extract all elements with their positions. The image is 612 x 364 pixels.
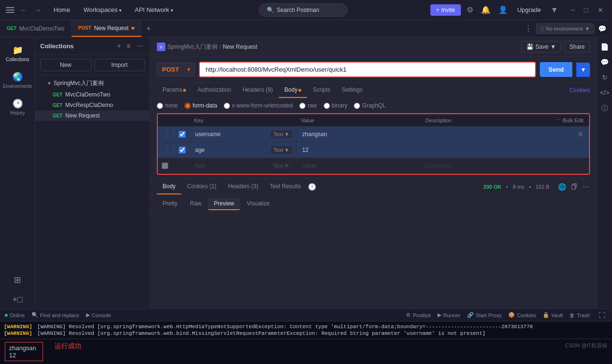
copy-icon[interactable]: 🗍 [570, 182, 579, 192]
rc-tab-preview[interactable]: Preview [208, 198, 240, 210]
console-item[interactable]: ▶ Console [86, 312, 111, 318]
tab-body[interactable]: Body [279, 83, 307, 98]
send-arrow-button[interactable]: ▼ [576, 63, 590, 77]
radio-raw-input[interactable] [299, 103, 306, 109]
menu-icon[interactable] [6, 6, 14, 14]
add-collection-button[interactable]: + [115, 41, 123, 51]
timer-icon[interactable]: 🕐 [307, 182, 317, 192]
new-button[interactable]: New [40, 59, 91, 71]
tree-item-mvc-cla-demo-two[interactable]: GET MvcClaDemoTwo [35, 89, 150, 100]
profile-icon[interactable]: 👤 [496, 3, 510, 16]
sidebar-item-environments[interactable]: 🌏 Environments [2, 68, 33, 93]
tree-item-mvc-resp-cla-demo[interactable]: GET MvcRespClaDemo [35, 100, 150, 110]
radio-url-encoded-input[interactable] [224, 103, 230, 109]
close-button[interactable]: ✕ [595, 5, 606, 15]
drag-handle-icon[interactable]: ⋮⋮ [162, 130, 179, 138]
online-status[interactable]: Online [5, 312, 25, 318]
drag-handle-icon[interactable]: ⋮⋮ [162, 146, 179, 154]
radio-binary-input[interactable] [324, 103, 330, 109]
search-input[interactable]: 🔍 Search Postman [259, 3, 348, 17]
home-link[interactable]: Home [51, 4, 73, 15]
ghost-type-badge[interactable]: Text ▼ [271, 162, 292, 170]
resp-tab-test-results[interactable]: Test Results [264, 179, 306, 194]
back-button[interactable]: ← [18, 4, 29, 16]
radio-graphql-input[interactable] [354, 103, 360, 109]
radio-raw[interactable]: raw [299, 102, 317, 109]
tab-authorization[interactable]: Authorization [192, 83, 237, 98]
radio-binary[interactable]: binary [324, 102, 348, 109]
ghost-value-input[interactable] [300, 161, 417, 170]
resp-tab-headers[interactable]: Headers (3) [222, 179, 264, 194]
cookies-link[interactable]: Cookies [569, 87, 590, 94]
rc-tab-visualize[interactable]: Visualize [241, 198, 275, 210]
sidebar-item-history[interactable]: 🕐 History [2, 95, 33, 119]
radio-graphql[interactable]: GraphQL [354, 102, 385, 109]
method-select[interactable]: POST [157, 63, 195, 76]
save-button[interactable]: 💾 Save ▼ [521, 41, 561, 53]
chevron-down-icon[interactable]: ▼ [549, 4, 560, 16]
trash-item[interactable]: 🗑 Trash [569, 312, 590, 318]
runner-item[interactable]: ▶ Runner [437, 312, 460, 318]
row-checkbox[interactable] [179, 131, 186, 138]
radio-none-input[interactable] [157, 103, 163, 109]
sidebar-item-collections2[interactable]: ⊞ [2, 271, 33, 289]
tab-params[interactable]: Params [157, 83, 192, 98]
minimize-button[interactable]: − [568, 5, 577, 15]
refresh-icon[interactable]: ↻ [600, 72, 610, 83]
chat-icon[interactable]: 💬 [599, 56, 611, 68]
info-icon[interactable]: ⓘ [600, 102, 610, 115]
type-badge[interactable]: Text ▼ [271, 146, 292, 154]
api-network-link[interactable]: API Network [132, 4, 176, 15]
row-checkbox[interactable] [179, 147, 186, 153]
rc-tab-raw[interactable]: Raw [184, 198, 207, 210]
add-tab-button[interactable]: + [142, 20, 155, 37]
forward-button[interactable]: → [33, 4, 43, 16]
postbot-item[interactable]: ⚙ Postbot [406, 312, 430, 318]
tab-scripts[interactable]: Scripts [307, 83, 336, 98]
vault-item[interactable]: 🔒 Vault [543, 312, 563, 318]
workspaces-link[interactable]: Workspaces [81, 4, 124, 15]
radio-form-data[interactable]: form-data [185, 102, 217, 109]
code-icon[interactable]: </> [598, 87, 611, 98]
value-input[interactable] [300, 146, 417, 154]
send-button[interactable]: Send [540, 62, 572, 77]
doc-icon[interactable]: 📄 [599, 41, 611, 53]
more-options-icon[interactable]: ⋯ [134, 41, 145, 51]
expand-icon[interactable]: ⛶ [597, 310, 607, 321]
invite-button[interactable]: + Invite [430, 4, 461, 16]
maximize-button[interactable]: □ [581, 5, 591, 15]
collection-item-springmvc[interactable]: ▼ SpringMvc入门案例 [35, 77, 150, 89]
comment-icon[interactable]: 💬 [596, 23, 608, 34]
type-badge[interactable]: Text ▼ [271, 130, 292, 138]
find-replace-item[interactable]: 🔍 Find and replace [32, 312, 79, 318]
rc-tab-pretty[interactable]: Pretty [157, 198, 183, 210]
tab-overflow-icon[interactable]: ⋮ [523, 22, 534, 35]
start-proxy-item[interactable]: 🔗 Start Proxy [467, 312, 502, 318]
radio-url-encoded[interactable]: x-www-form-urlencoded [224, 102, 293, 109]
tab-headers[interactable]: Headers (9) [237, 83, 278, 98]
tab-mvc-cla-demo-two[interactable]: GET MvcClaDemoTwo [0, 20, 72, 37]
ghost-key-input[interactable] [193, 161, 269, 170]
resp-tab-cookies[interactable]: Cookies (1) [181, 179, 222, 194]
key-input[interactable] [193, 130, 269, 139]
share-button[interactable]: Share [564, 41, 590, 53]
radio-form-data-input[interactable] [185, 103, 191, 109]
environment-selector[interactable]: ░ No environment ▼ [536, 23, 594, 34]
ghost-checkbox[interactable] [162, 162, 168, 169]
sidebar-item-collections[interactable]: 📁 Collections [2, 41, 33, 66]
tab-new-request[interactable]: POST New Request [72, 20, 142, 37]
tree-item-new-request[interactable]: GET New Request [35, 110, 150, 121]
cookies-item[interactable]: 🍪 Cookies [508, 312, 536, 318]
notification-icon[interactable]: 🔔 [479, 3, 492, 16]
value-input[interactable] [300, 130, 417, 139]
bulk-edit-button[interactable]: ⋯ Bulk Edit [556, 117, 583, 123]
key-input[interactable] [193, 146, 269, 154]
url-input[interactable] [199, 62, 536, 77]
sidebar-item-add[interactable]: +□ [2, 291, 33, 309]
more-icon[interactable]: ⋯ [581, 182, 590, 192]
import-button[interactable]: Import [94, 59, 145, 71]
settings-icon[interactable]: ⚙ [465, 3, 475, 16]
tab-settings[interactable]: Settings [336, 83, 368, 98]
globe-icon[interactable]: 🌐 [557, 182, 567, 192]
radio-none[interactable]: none [157, 102, 178, 109]
